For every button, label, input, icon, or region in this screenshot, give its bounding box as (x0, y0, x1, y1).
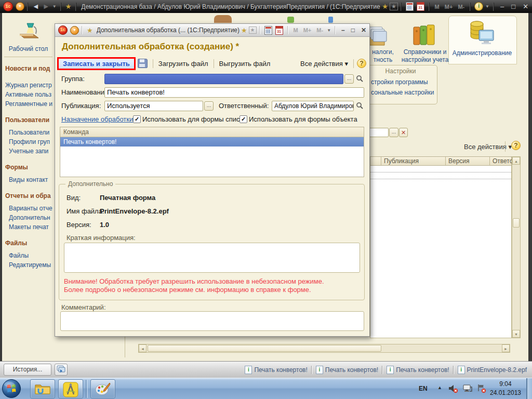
comment-textarea[interactable] (60, 311, 364, 331)
sidebar-item-scheduled[interactable]: Регламентные и (5, 99, 55, 109)
memory-mplus-button[interactable]: M+ (301, 27, 314, 33)
vertical-scrollbar[interactable]: ▲ ▼ (512, 156, 521, 338)
network-icon[interactable] (462, 384, 473, 395)
window-item[interactable]: iПечать конвертов! (245, 366, 307, 374)
use-object-form-checkbox[interactable]: ✓ (240, 115, 247, 123)
main-menu-dropdown-icon[interactable]: ▼ (16, 2, 24, 11)
column-version[interactable]: Версия (445, 157, 492, 166)
sidebar-item-accounts[interactable]: Учетные запи (9, 147, 55, 156)
dialog-menu-dropdown-icon[interactable]: ▼ (70, 26, 79, 35)
window-item[interactable]: iPrintEnvelope-8.2.epf (458, 366, 527, 374)
responsible-field[interactable]: Абдулов Юрий Владимирович (272, 101, 354, 111)
scroll-right-icon[interactable]: ► (502, 344, 510, 352)
forward-icon[interactable]: ► (41, 0, 51, 13)
service-windows-icon[interactable] (55, 364, 68, 376)
scroll-down-icon[interactable]: ▼ (512, 330, 520, 338)
bg-table-body[interactable] (370, 166, 512, 338)
publication-ellipsis-button[interactable]: ... (204, 101, 214, 111)
settings-item-personal[interactable]: сональные настройки (371, 89, 437, 96)
filter-clear-button[interactable]: ✕ (399, 128, 408, 137)
start-button[interactable] (2, 379, 21, 399)
minimize-button[interactable]: – (497, 0, 508, 13)
sidebar-item-users[interactable]: Пользователи (9, 128, 55, 137)
memory-mminus-button[interactable]: M- (455, 4, 467, 10)
1c-taskbar-button[interactable] (58, 379, 83, 398)
scrollbar-thumb[interactable] (148, 345, 381, 352)
group-ellipsis-button[interactable]: ... (344, 74, 354, 84)
scroll-up-icon[interactable]: ▲ (512, 157, 520, 165)
volume-muted-icon[interactable] (448, 384, 458, 395)
save-and-close-button[interactable]: Записать и закрыть (57, 57, 136, 70)
publication-field[interactable]: Используется (104, 101, 203, 111)
sidebar-item-active-users[interactable]: Активные польз (5, 90, 55, 99)
calculator-icon[interactable] (264, 26, 272, 35)
more-dropdown-icon[interactable]: ▼ (326, 28, 332, 33)
sidebar-item-print-layouts[interactable]: Макеты печат (9, 222, 55, 232)
memory-mplus-button[interactable]: M+ (442, 4, 456, 10)
sidebar-item-journal[interactable]: Журнал регистр (5, 81, 55, 90)
show-desktop-button[interactable] (526, 378, 532, 399)
favorites-list-icon[interactable]: ★ (249, 26, 257, 34)
assignment-link[interactable]: Назначение обработки (61, 115, 133, 124)
column-publication[interactable]: Публикация (381, 157, 447, 166)
desktop-label[interactable]: Рабочий стол (2, 45, 55, 52)
sidebar-item-group-profiles[interactable]: Профили груп (9, 137, 55, 147)
unload-file-button[interactable]: Выгрузить файл (217, 59, 273, 69)
history-button[interactable]: История... (4, 364, 51, 376)
paint-taskbar-button[interactable] (90, 379, 115, 398)
language-indicator[interactable]: EN (419, 385, 428, 392)
bg-help-button[interactable]: ? (511, 141, 521, 150)
group-field[interactable] (104, 74, 343, 84)
memory-mminus-button[interactable]: M- (314, 27, 326, 33)
favorites-list-icon[interactable]: ★ (390, 3, 398, 10)
horizontal-scrollbar[interactable]: ◄ ► (138, 344, 510, 353)
commands-table-header[interactable]: Команда (60, 127, 364, 137)
sidebar-item-report-variants[interactable]: Варианты отче (9, 204, 55, 213)
dialog-titlebar[interactable]: 1с ▼ ★ Дополнительная обработка (... (1С… (55, 24, 369, 37)
column-responsible[interactable]: Ответс (489, 157, 515, 166)
close-button[interactable]: ✕ (519, 0, 532, 13)
filter-ellipsis-button[interactable]: ... (389, 128, 398, 137)
use-list-form-checkbox[interactable]: ✓ (133, 115, 141, 123)
tray-clock[interactable]: 9:04 24.01.2013 (486, 380, 525, 397)
info-icon[interactable]: i (474, 2, 483, 11)
calendar-icon[interactable]: 31 (417, 2, 424, 11)
settings-item-program[interactable]: стройки программы (371, 78, 437, 86)
1c-logo-icon[interactable]: 1с (3, 2, 13, 11)
calculator-icon[interactable] (406, 2, 414, 11)
tab-taxes[interactable]: налоги,тность (367, 48, 399, 64)
dialog-maximize-button[interactable]: □ (348, 24, 358, 36)
add-favorite-icon[interactable]: ★ (380, 3, 390, 10)
dialog-close-button[interactable]: ✕ (358, 24, 369, 36)
dialog-help-button[interactable]: ? (357, 59, 366, 68)
scroll-left-icon[interactable]: ◄ (139, 344, 147, 352)
group-search-icon[interactable] (355, 74, 364, 84)
save-icon[interactable] (138, 59, 148, 68)
memory-m-button[interactable]: M (291, 27, 301, 33)
scrollbar-thumb[interactable] (513, 218, 520, 228)
favorites-star-icon[interactable]: ★ (85, 26, 95, 34)
load-file-button[interactable]: Загрузить файл (156, 59, 210, 69)
maximize-button[interactable]: □ (508, 0, 519, 13)
commands-table-row[interactable]: Печать конвертов! (60, 137, 364, 147)
dialog-minimize-button[interactable]: – (338, 24, 348, 36)
window-item[interactable]: iПечать конвертов! (387, 366, 449, 374)
tab-administration-label[interactable]: Администрирование (450, 49, 514, 57)
sidebar-item-additional[interactable]: Дополнительн (9, 213, 55, 222)
calendar-icon[interactable]: 31 (275, 26, 283, 35)
window-item[interactable]: iПечать конвертов! (316, 366, 378, 374)
tray-expand-icon[interactable]: ▲ (437, 385, 442, 390)
dialog-all-actions-button[interactable]: Все действия ▾ (298, 59, 350, 69)
sidebar-item-edited[interactable]: Редактируемы (9, 260, 55, 270)
sidebar-item-files[interactable]: Файлы (9, 251, 55, 260)
back-icon[interactable]: ◄ (31, 0, 41, 13)
favorites-star-icon[interactable]: ★ (64, 3, 73, 10)
name-field[interactable]: Печать конвертов! (104, 87, 364, 98)
action-center-flag-icon[interactable] (477, 384, 486, 395)
responsible-search-icon[interactable] (355, 101, 364, 111)
memory-m-button[interactable]: M (432, 4, 442, 10)
sidebar-item-contact-kinds[interactable]: Виды контакт (9, 175, 55, 184)
history-dropdown-icon[interactable]: ▼ (51, 4, 58, 9)
explorer-taskbar-button[interactable] (30, 379, 55, 398)
desktop-icon[interactable] (2, 22, 55, 44)
